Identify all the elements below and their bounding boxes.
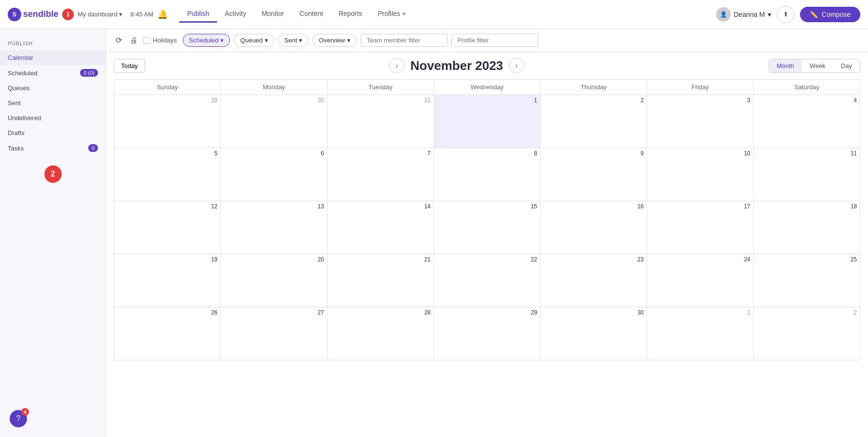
calendar-day[interactable]: 17 xyxy=(647,201,754,254)
calendar-day[interactable]: 20 xyxy=(221,254,327,307)
month-title: November 2023 xyxy=(410,58,503,73)
calendar-day[interactable]: 4 xyxy=(754,95,860,148)
calendar-day[interactable]: 29 xyxy=(114,95,221,148)
calendar-day[interactable]: 29 xyxy=(434,307,541,360)
compose-label: Compose xyxy=(822,11,851,18)
calendar-day[interactable]: 7 xyxy=(327,148,434,201)
col-monday: Monday xyxy=(221,80,327,95)
user-info[interactable]: 👤 Deanna M ▾ xyxy=(716,7,771,22)
logo-icon: S xyxy=(8,8,21,21)
calendar-day[interactable]: 11 xyxy=(754,148,860,201)
sidebar-item-sent[interactable]: Sent xyxy=(0,96,106,110)
sidebar-label-queues: Queues xyxy=(8,84,30,92)
holidays-label: Holidays xyxy=(153,37,177,44)
calendar-day[interactable]: 10 xyxy=(647,148,754,201)
bell-icon[interactable]: 🔔 xyxy=(157,9,168,20)
holidays-checkbox[interactable] xyxy=(143,37,150,44)
calendar-day[interactable]: 2 xyxy=(541,95,647,148)
main-nav: Publish Activity Monitor Content Reports… xyxy=(179,6,414,23)
dashboard-button[interactable]: My dashboard ▾ xyxy=(78,11,122,18)
upload-button[interactable]: ⬆ xyxy=(777,6,794,23)
queued-filter-button[interactable]: Queued ▾ xyxy=(234,34,274,47)
calendar-day[interactable]: 5 xyxy=(114,148,221,201)
topbar: S sendible 1 My dashboard ▾ 8:45 AM 🔔 Pu… xyxy=(0,0,868,29)
nav-tab-reports[interactable]: Reports xyxy=(331,6,370,23)
scheduled-filter-button[interactable]: Scheduled ▾ xyxy=(183,34,230,47)
calendar-day[interactable]: 14 xyxy=(327,201,434,254)
calendar-day[interactable]: 16 xyxy=(541,201,647,254)
toolbar-left: ⟳ 🖨 Holidays xyxy=(114,34,177,47)
month-view-button[interactable]: Month xyxy=(769,59,802,72)
calendar-day[interactable]: 13 xyxy=(221,201,327,254)
calendar-day[interactable]: 21 xyxy=(327,254,434,307)
user-chevron-icon: ▾ xyxy=(768,11,771,18)
sent-filter-button[interactable]: Sent ▾ xyxy=(278,34,309,47)
calendar-day[interactable]: 27 xyxy=(221,307,327,360)
calendar-day[interactable]: 26 xyxy=(114,307,221,360)
toolbar: ⟳ 🖨 Holidays Scheduled ▾ Queued ▾ Sent xyxy=(106,29,868,52)
sidebar-item-undelivered[interactable]: Undelivered xyxy=(0,110,106,125)
calendar-day[interactable]: 23 xyxy=(541,254,647,307)
step2-badge: 2 xyxy=(44,165,62,183)
calendar-day[interactable]: 22 xyxy=(434,254,541,307)
calendar-day[interactable]: 18 xyxy=(754,201,860,254)
prev-month-button[interactable]: ‹ xyxy=(389,58,405,73)
calendar-day[interactable]: 25 xyxy=(754,254,860,307)
sidebar-item-scheduled[interactable]: Scheduled 0 (0) xyxy=(0,65,106,81)
col-wednesday: Wednesday xyxy=(434,80,541,95)
support-button[interactable]: ? 4 xyxy=(10,410,27,427)
sidebar: PUBLISH Calendar Scheduled 0 (0) Queues … xyxy=(0,29,106,437)
filter-group: Scheduled ▾ Queued ▾ Sent ▾ Overview ▾ xyxy=(183,34,860,47)
calendar-day[interactable]: 24 xyxy=(647,254,754,307)
calendar-day[interactable]: 8 xyxy=(434,148,541,201)
compose-button[interactable]: ✏️ Compose xyxy=(800,7,860,22)
day-view-button[interactable]: Day xyxy=(833,59,860,72)
team-member-filter-input[interactable] xyxy=(361,34,448,47)
nav-tab-activity[interactable]: Activity xyxy=(217,6,254,23)
month-title-group: ‹ November 2023 › xyxy=(389,58,524,73)
nav-tab-content[interactable]: Content xyxy=(292,6,331,23)
calendar-day[interactable]: 30 xyxy=(221,95,327,148)
calendar-day[interactable]: 30 xyxy=(541,307,647,360)
sidebar-item-tasks[interactable]: Tasks 0 xyxy=(0,140,106,156)
topbar-right: 👤 Deanna M ▾ ⬆ ✏️ Compose xyxy=(716,6,860,23)
sidebar-label-calendar: Calendar xyxy=(8,54,33,61)
sidebar-item-queues[interactable]: Queues xyxy=(0,81,106,96)
calendar-day[interactable]: 12 xyxy=(114,201,221,254)
calendar-day[interactable]: 19 xyxy=(114,254,221,307)
next-month-button[interactable]: › xyxy=(509,58,524,73)
scheduled-filter-label: Scheduled xyxy=(189,37,218,44)
calendar-day[interactable]: 9 xyxy=(541,148,647,201)
compose-pencil-icon: ✏️ xyxy=(810,11,818,18)
nav-tab-publish[interactable]: Publish xyxy=(179,6,217,23)
sidebar-item-calendar[interactable]: Calendar xyxy=(0,50,106,65)
calendar-day[interactable]: 31 xyxy=(327,95,434,148)
profile-filter-input[interactable] xyxy=(451,34,538,47)
calendar-day[interactable]: 15 xyxy=(434,201,541,254)
calendar-day[interactable]: 2 xyxy=(754,307,860,360)
calendar-day[interactable]: 6 xyxy=(221,148,327,201)
calendar-nav: Today ‹ November 2023 › Month Week Day xyxy=(106,52,868,79)
scheduled-badge: 0 (0) xyxy=(80,69,98,77)
sidebar-label-sent: Sent xyxy=(8,99,21,107)
calendar-day[interactable]: 3 xyxy=(647,95,754,148)
nav-tab-monitor[interactable]: Monitor xyxy=(254,6,292,23)
week-view-button[interactable]: Week xyxy=(802,59,833,72)
col-saturday: Saturday xyxy=(754,80,860,95)
overview-filter-button[interactable]: Overview ▾ xyxy=(312,34,356,47)
dashboard-label: My dashboard xyxy=(78,11,117,18)
today-button[interactable]: Today xyxy=(114,59,145,73)
time-display: 8:45 AM xyxy=(130,11,153,18)
nav-tab-profiles[interactable]: Profiles + xyxy=(370,6,414,23)
print-button[interactable]: 🖨 xyxy=(128,34,139,47)
calendar-day[interactable]: 28 xyxy=(327,307,434,360)
calendar-day[interactable]: 1 xyxy=(434,95,541,148)
holidays-toggle[interactable]: Holidays xyxy=(143,37,177,44)
sidebar-section-title: PUBLISH xyxy=(0,37,106,50)
refresh-button[interactable]: ⟳ xyxy=(114,34,124,47)
queued-filter-label: Queued xyxy=(240,37,262,44)
topbar-left: S sendible 1 My dashboard ▾ 8:45 AM 🔔 Pu… xyxy=(8,6,708,23)
sidebar-item-drafts[interactable]: Drafts xyxy=(0,125,106,140)
calendar-day[interactable]: 1 xyxy=(647,307,754,360)
col-tuesday: Tuesday xyxy=(327,80,434,95)
